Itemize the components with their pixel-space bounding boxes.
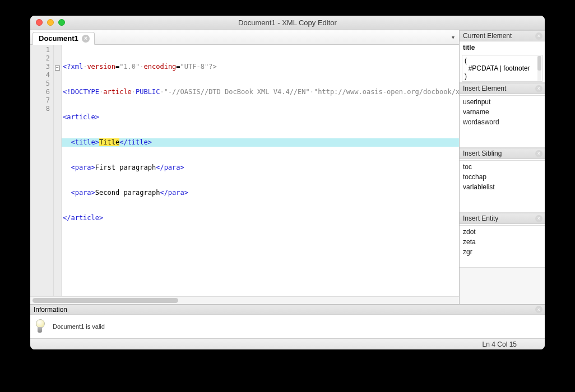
current-element-body: title ( #PCDATA | footnoter ) * [460, 41, 545, 83]
panel-header: Insert Element × [460, 83, 545, 94]
cursor-position: Ln 4 Col 15 [483, 340, 517, 348]
tab-label: Document1 [39, 34, 78, 43]
code-line: <?xml·version="1.0"·encoding="UTF-8"?> [62, 63, 459, 71]
app-window: Document1 - XML Copy Editor Document1 × … [30, 16, 545, 349]
list-item[interactable]: toc [460, 162, 545, 172]
code-line: <para>First paragraph</para> [62, 164, 459, 172]
content-model-vscroll[interactable] [537, 56, 541, 81]
insert-element-panel: Insert Element × userinput varname worda… [460, 83, 545, 148]
close-panel-button[interactable]: × [535, 215, 542, 222]
fold-gutter: − [54, 45, 62, 296]
close-tab-button[interactable]: × [82, 35, 90, 43]
list-item[interactable]: tocchap [460, 172, 545, 182]
current-element-name: title [460, 43, 545, 53]
window-controls [36, 19, 65, 26]
minimize-window-button[interactable] [47, 19, 54, 26]
code-line-current: <title>Title</title> [62, 138, 459, 147]
panel-header: Insert Entity × [460, 213, 545, 224]
list-item[interactable]: zgr [460, 247, 545, 257]
status-bar: Ln 4 Col 15 [30, 338, 545, 349]
fold-toggle[interactable]: − [55, 66, 60, 71]
list-item[interactable]: zdot [460, 227, 545, 237]
code-lines[interactable]: <?xml·version="1.0"·encoding="UTF-8"?> <… [62, 45, 459, 296]
code-line: </article> [62, 214, 459, 222]
close-panel-button[interactable]: × [535, 85, 542, 92]
insert-entity-panel: Insert Entity × zdot zeta zgr [460, 213, 545, 268]
panel-header: Current Element × [460, 30, 545, 41]
content-model-box[interactable]: ( #PCDATA | footnoter ) * [462, 55, 542, 82]
lightbulb-icon [35, 319, 45, 334]
side-panels: Current Element × title ( #PCDATA | foot… [460, 30, 545, 304]
information-message: Document1 is valid [53, 323, 105, 330]
insert-entity-list[interactable]: zdot zeta zgr [460, 224, 545, 268]
code-line: <para>Second paragraph</para> [62, 189, 459, 197]
scrollbar-thumb[interactable] [33, 298, 178, 303]
close-panel-button[interactable]: × [535, 32, 542, 40]
editor-horizontal-scrollbar[interactable] [30, 296, 459, 304]
workspace: Document1 × ▾ 1 2 3 4 5 6 7 8 [30, 30, 545, 304]
close-panel-button[interactable]: × [535, 306, 542, 313]
titlebar: Document1 - XML Copy Editor [30, 16, 545, 30]
panel-header: Information × [30, 305, 545, 315]
zoom-window-button[interactable] [58, 19, 65, 26]
line-number-gutter: 1 2 3 4 5 6 7 8 [30, 45, 54, 296]
document-area: Document1 × ▾ 1 2 3 4 5 6 7 8 [30, 30, 460, 304]
document-tab[interactable]: Document1 × [33, 32, 95, 45]
list-item[interactable]: zeta [460, 237, 545, 247]
list-item[interactable]: varname [460, 107, 545, 117]
current-element-panel: Current Element × title ( #PCDATA | foot… [460, 30, 545, 83]
close-window-button[interactable] [36, 19, 43, 26]
content-model-hscroll[interactable] [462, 82, 542, 83]
window-title: Document1 - XML Copy Editor [238, 18, 337, 27]
information-body: Document1 is valid [30, 315, 545, 338]
insert-sibling-list[interactable]: toc tocchap variablelist [460, 159, 545, 213]
close-panel-button[interactable]: × [535, 150, 542, 157]
insert-element-list[interactable]: userinput varname wordasword [460, 94, 545, 148]
code-line: <article> [62, 113, 459, 122]
insert-sibling-panel: Insert Sibling × toc tocchap variablelis… [460, 148, 545, 213]
code-line: <!DOCTYPE·article·PUBLIC·"-//OASIS//DTD … [62, 88, 459, 96]
tab-strip: Document1 × ▾ [30, 30, 459, 45]
tab-overflow-button[interactable]: ▾ [452, 34, 455, 40]
panel-header: Insert Sibling × [460, 148, 545, 159]
code-line [62, 239, 459, 248]
list-item[interactable]: userinput [460, 97, 545, 107]
list-item[interactable]: variablelist [460, 182, 545, 192]
information-panel: Information × Document1 is valid [30, 304, 545, 338]
editor[interactable]: 1 2 3 4 5 6 7 8 − <?xml·version="1.0"·en… [30, 45, 459, 296]
list-item[interactable]: wordasword [460, 117, 545, 127]
